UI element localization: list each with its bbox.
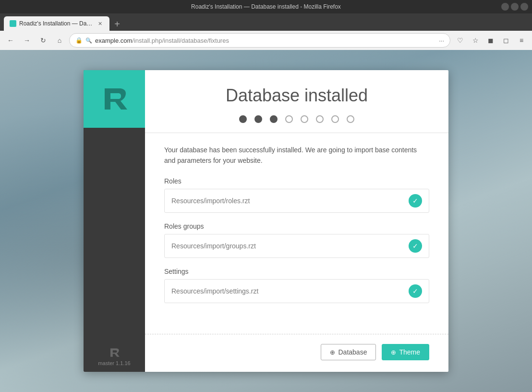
theme-btn-label: Theme [399,348,420,356]
card-footer: ⊕ Database ⊕ Theme [145,344,448,372]
roles-groups-path: Resources/import/groups.rzt [171,242,256,250]
tab-close-button[interactable]: ✕ [96,20,104,27]
roles-section: Roles Resources/import/roles.rzt ✓ [164,177,429,213]
browser-content: master 1.1.16 Database installed [0,50,532,392]
library-button[interactable]: ◼ [484,34,497,47]
database-btn-label: Database [338,348,367,356]
settings-path: Resources/import/settings.rzt [171,287,258,295]
roles-groups-label: Roles groups [164,222,429,230]
tab-label: Roadiz's Installation — Data... [19,20,93,27]
step-4 [285,115,293,123]
database-btn-icon: ⊕ [330,349,335,356]
settings-section: Settings Resources/import/settings.rzt ✓ [164,268,429,303]
settings-label: Settings [164,268,429,275]
forward-button[interactable]: → [20,34,34,47]
sidebar-footer-logo [89,347,139,358]
page-title: Database installed [164,86,429,106]
theme-btn-icon: ⊕ [391,349,396,356]
roadiz-logo-icon [100,85,129,113]
back-icon: ← [7,37,14,44]
url-display: example.com/install.php/install/database… [95,37,436,44]
reload-icon: ↻ [40,37,46,44]
sidebar-header [84,70,145,128]
window-minimize-icon[interactable] [501,3,509,11]
forward-icon: → [24,37,30,44]
address-menu-button[interactable]: ··· [439,37,444,44]
footer-divider [145,334,448,334]
sidebar-button[interactable]: ◻ [499,34,513,47]
address-bar[interactable]: 🔒 🔍 example.com/install.php/install/data… [69,33,450,48]
theme-button[interactable]: ⊕ Theme [382,344,429,360]
content-area: Your database has been successfully inst… [145,133,448,325]
secure-icon: 🔒 [75,37,83,44]
settings-check-icon: ✓ [409,284,422,298]
menu-button[interactable]: ≡ [515,34,528,47]
back-button[interactable]: ← [4,34,17,47]
main-content: Database installed Your database has bee… [145,70,448,372]
roles-groups-check-icon: ✓ [409,239,422,253]
window-title: Roadiz's Installation — Database install… [191,3,341,10]
url-path: /install.php/install/database/fixtures [132,37,229,44]
window-maximize-icon[interactable] [511,3,519,11]
reload-button[interactable]: ↻ [36,34,50,47]
home-button[interactable]: ⌂ [53,34,66,47]
sidebar-footer: master 1.1.16 [84,341,145,372]
roles-path: Resources/import/roles.rzt [171,197,250,205]
install-header: Database installed [145,70,448,133]
step-5 [301,115,308,123]
roles-check-icon: ✓ [409,194,422,208]
step-8 [347,115,354,123]
pocket-icon[interactable]: ♡ [453,34,467,47]
intro-text: Your database has been successfully inst… [164,145,429,166]
tab-favicon [10,20,16,27]
step-7 [331,115,339,123]
step-6 [316,115,324,123]
active-tab[interactable]: Roadiz's Installation — Data... ✕ [4,16,109,31]
progress-steps [164,115,429,123]
nav-right-buttons: ♡ ☆ ◼ ◻ ≡ [453,34,528,47]
step-2 [254,115,262,123]
version-label: master 1.1.16 [98,360,130,366]
new-tab-button[interactable]: + [110,17,124,31]
window-close-icon[interactable] [520,3,528,11]
roles-row: Resources/import/roles.rzt ✓ [164,189,429,213]
database-button[interactable]: ⊕ Database [321,344,376,360]
install-card: master 1.1.16 Database installed [84,70,448,372]
step-3 [270,115,278,123]
roles-label: Roles [164,177,429,185]
nav-bar: ← → ↻ ⌂ 🔒 🔍 example.com/install.php/inst… [0,31,532,50]
install-sidebar: master 1.1.16 [84,70,145,372]
tab-bar: Roadiz's Installation — Data... ✕ + [0,13,532,31]
home-icon: ⌂ [58,37,61,44]
browser-chrome: Roadiz's Installation — Data... ✕ + ← → … [0,13,532,50]
sidebar-footer-r-icon [109,347,120,358]
url-icon: 🔍 [85,37,92,44]
url-domain: example.com [95,37,132,44]
settings-row: Resources/import/settings.rzt ✓ [164,279,429,303]
roles-groups-section: Roles groups Resources/import/groups.rzt… [164,222,429,258]
roles-groups-row: Resources/import/groups.rzt ✓ [164,234,429,258]
window-controls [501,3,528,11]
title-bar: Roadiz's Installation — Database install… [0,0,532,13]
bookmark-icon[interactable]: ☆ [469,34,482,47]
step-1 [239,115,247,123]
sidebar-body [84,128,145,342]
